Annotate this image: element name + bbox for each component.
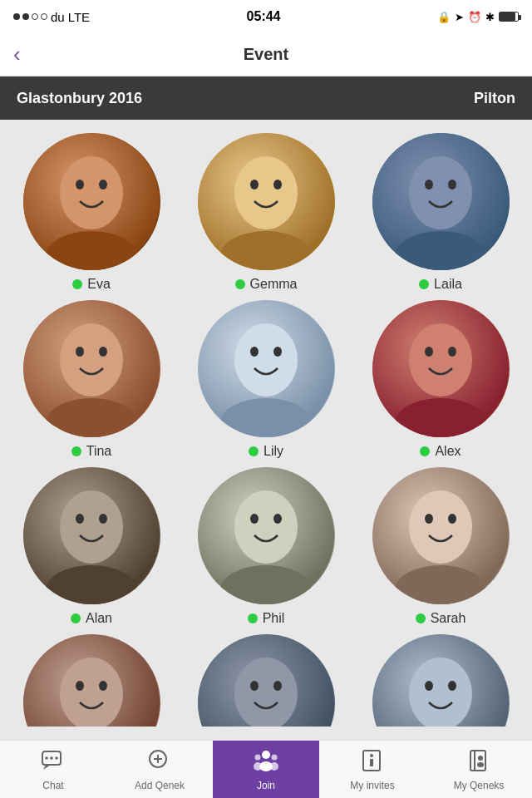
svg-point-38: [273, 514, 282, 524]
svg-point-6: [234, 156, 298, 229]
svg-point-62: [50, 756, 53, 760]
member-item-eva[interactable]: Eva: [8, 133, 175, 292]
status-bar: du LTE 05:44 🔒 ➤ ⏰ ✱: [0, 0, 532, 33]
tab-join[interactable]: Join: [213, 741, 319, 798]
carrier-label: du: [51, 10, 65, 24]
svg-point-41: [409, 490, 472, 564]
page-title: Event: [244, 45, 288, 64]
join-icon: [254, 748, 278, 776]
name-row-sarah: Sarah: [416, 611, 466, 626]
myqeneks-label: My Qeneks: [454, 780, 505, 791]
svg-point-18: [99, 347, 107, 357]
avatar-m12: [372, 634, 510, 727]
avatar-alan: [23, 467, 160, 604]
member-item-alex[interactable]: Alex: [357, 300, 524, 459]
member-name-tina: Tina: [86, 444, 112, 459]
dot-4: [41, 13, 47, 20]
tab-bar: ChatAdd QenekJoinMy invitesMy Qeneks: [0, 740, 532, 798]
add-icon: [147, 748, 172, 776]
svg-point-31: [60, 490, 123, 564]
svg-point-36: [234, 490, 298, 564]
member-item-tina[interactable]: Tina: [8, 300, 175, 459]
svg-point-61: [45, 756, 48, 760]
back-button[interactable]: ‹: [13, 42, 21, 67]
svg-point-37: [250, 514, 259, 524]
svg-point-16: [60, 323, 123, 397]
member-item-lily[interactable]: Lily: [183, 300, 349, 459]
svg-point-27: [425, 347, 433, 357]
avatar-sarah: [372, 467, 510, 604]
member-item-phil[interactable]: Phil: [183, 467, 349, 626]
svg-point-11: [409, 156, 472, 229]
member-name-alex: Alex: [435, 444, 461, 459]
tab-myqeneks[interactable]: My Qeneks: [426, 741, 532, 798]
svg-point-78: [478, 756, 483, 761]
online-indicator-gemma: [235, 279, 245, 289]
member-name-alan: Alan: [86, 611, 112, 626]
myinvites-label: My invites: [350, 780, 394, 791]
svg-point-33: [99, 514, 107, 524]
svg-point-42: [425, 514, 433, 524]
myinvites-icon: [360, 748, 385, 776]
svg-point-13: [448, 180, 456, 190]
location-icon: ➤: [455, 11, 464, 23]
signal-dots: [13, 13, 47, 20]
svg-point-63: [55, 756, 58, 760]
add-label: Add Qenek: [135, 780, 185, 791]
svg-point-53: [273, 681, 282, 691]
svg-point-3: [99, 180, 107, 190]
svg-point-26: [409, 323, 472, 397]
name-row-alan: Alan: [71, 611, 112, 626]
avatar-m10: [23, 634, 160, 727]
svg-point-69: [255, 754, 261, 760]
avatar-eva: [23, 133, 160, 270]
svg-point-21: [234, 323, 298, 397]
tab-chat[interactable]: Chat: [0, 741, 106, 798]
svg-point-43: [448, 514, 456, 524]
join-label: Join: [257, 780, 275, 791]
svg-point-1: [60, 156, 123, 229]
member-item-m10[interactable]: [8, 634, 175, 727]
member-item-sarah[interactable]: Sarah: [357, 467, 524, 626]
member-name-lily: Lily: [264, 444, 283, 459]
avatar-laila: [372, 133, 510, 270]
event-name: Glastonbury 2016: [17, 90, 142, 107]
svg-rect-75: [370, 759, 373, 766]
svg-point-67: [262, 751, 270, 759]
avatar-alex: [372, 300, 510, 437]
svg-point-22: [250, 347, 259, 357]
online-indicator-sarah: [416, 613, 426, 623]
dot-1: [13, 13, 20, 20]
avatar-tina: [23, 300, 160, 437]
svg-point-2: [76, 180, 84, 190]
tab-add[interactable]: Add Qenek: [106, 741, 213, 798]
name-row-alex: Alex: [420, 444, 461, 459]
svg-point-58: [448, 681, 456, 691]
online-indicator-laila: [419, 279, 429, 289]
name-row-eva: Eva: [72, 277, 111, 292]
dot-2: [22, 13, 29, 20]
avatar-gemma: [198, 133, 335, 270]
member-item-laila[interactable]: Laila: [357, 133, 524, 292]
tab-myinvites[interactable]: My invites: [319, 741, 426, 798]
svg-point-74: [370, 754, 373, 757]
name-row-phil: Phil: [248, 611, 285, 626]
online-indicator-eva: [72, 279, 82, 289]
svg-point-23: [273, 347, 282, 357]
member-name-eva: Eva: [87, 277, 111, 292]
name-row-tina: Tina: [71, 444, 112, 459]
member-item-m11[interactable]: [183, 634, 349, 727]
chat-icon: [41, 748, 66, 776]
event-location: Pilton: [474, 90, 515, 107]
name-row-laila: Laila: [419, 277, 462, 292]
bluetooth-icon: ✱: [485, 11, 495, 23]
svg-rect-76: [470, 751, 485, 771]
member-item-gemma[interactable]: Gemma: [183, 133, 349, 292]
member-item-m12[interactable]: [357, 634, 524, 727]
svg-point-17: [76, 347, 84, 357]
status-right: 🔒 ➤ ⏰ ✱: [437, 11, 519, 23]
member-item-alan[interactable]: Alan: [8, 467, 175, 626]
avatar-phil: [198, 467, 335, 604]
alarm-icon: ⏰: [468, 11, 481, 23]
chat-label: Chat: [42, 780, 63, 791]
